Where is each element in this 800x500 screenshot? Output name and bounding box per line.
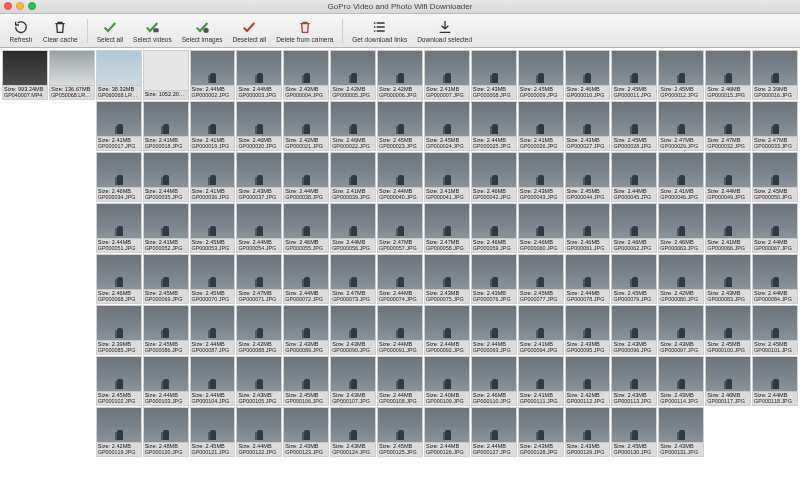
gallery-item[interactable]: Size: 2.43MBGP000123.JPG [283, 407, 329, 457]
gallery-item[interactable]: Size: 2.44MBGP000049.JPG [705, 152, 751, 202]
gallery-item[interactable]: Size: 2.41MBGP000017.JPG [96, 101, 142, 151]
gallery-item[interactable]: Size: 2.43MBGP000107.JPG [330, 356, 376, 406]
gallery-item[interactable]: Size: 2.43MBGP000097.JPG [658, 305, 704, 355]
gallery-item[interactable]: Size: 2.44MBGP000038.JPG [283, 152, 329, 202]
gallery-item[interactable]: Size: 2.45MBGP000023.JPG [377, 101, 423, 151]
gallery-item[interactable]: Size: 2.42MBGP000112.JPG [565, 356, 611, 406]
gallery-item[interactable]: Size: 2.44MBGP000118.JPG [752, 356, 798, 406]
gallery-item[interactable]: Size: 2.47MBGP000032.JPG [705, 101, 751, 151]
gallery-item[interactable]: Size: 2.44MBGP000054.JPG [236, 203, 282, 253]
download-selected-button[interactable]: Download selected [414, 19, 475, 43]
gallery-item[interactable]: Size: 2.44MBGP000093.JPG [471, 305, 517, 355]
gallery-item[interactable]: Size: 2.42MBGP000119.JPG [96, 407, 142, 457]
gallery-item[interactable]: Size: 38.32MBGP060068.LR… [96, 50, 142, 100]
gallery-item[interactable]: Size: 2.45MBGP000009.JPG [518, 50, 564, 100]
gallery-item[interactable]: Size: 2.40MBGP000109.JPG [424, 356, 470, 406]
gallery-item[interactable]: Size: 2.46MBGP000062.JPG [611, 203, 657, 253]
gallery-item[interactable]: Size: 2.47MBGP000057.JPG [377, 203, 423, 253]
gallery-item[interactable]: Size: 2.41MBGP000039.JPG [330, 152, 376, 202]
deselect-all-button[interactable]: Deselect all [230, 19, 270, 43]
gallery-item[interactable]: Size: 2.47MBGP000033.JPG [752, 101, 798, 151]
gallery-item[interactable]: Size: 2.41MBGP000019.JPG [190, 101, 236, 151]
gallery-item[interactable]: Size: 2.46MBGP000020.JPG [236, 101, 282, 151]
gallery-item[interactable]: Size: 2.39MBGP000085.JPG [96, 305, 142, 355]
gallery-item[interactable]: Size: 2.45MBGP000044.JPG [565, 152, 611, 202]
gallery-item[interactable]: Size: 2.46MBGP000015.JPG [705, 50, 751, 100]
gallery-item[interactable]: Size: 2.43MBGP000128.JPG [518, 407, 564, 457]
gallery-item[interactable]: Size: 1052.20… [143, 50, 189, 100]
clear-cache-button[interactable]: Clear cache [40, 19, 81, 43]
gallery-item[interactable]: Size: 2.43MBGP000037.JPG [236, 152, 282, 202]
gallery-item[interactable]: Size: 2.41MBGP000094.JPG [518, 305, 564, 355]
gallery-item[interactable]: Size: 2.45MBGP000053.JPG [190, 203, 236, 253]
gallery-item[interactable]: Size: 2.44MBGP000002.JPG [190, 50, 236, 100]
gallery-item[interactable]: Size: 2.44MBGP000025.JPG [471, 101, 517, 151]
gallery-item[interactable]: Size: 2.44MBGP000040.JPG [377, 152, 423, 202]
select-images-button[interactable]: Select images [179, 19, 226, 43]
gallery-item[interactable]: Size: 2.46MBGP000010.JPG [565, 50, 611, 100]
gallery-item[interactable]: Size: 2.41MBGP000026.JPG [518, 101, 564, 151]
gallery-item[interactable]: Size: 2.43MBGP000089.JPG [283, 305, 329, 355]
gallery-item[interactable]: Size: 2.44MBGP000104.JPG [190, 356, 236, 406]
gallery-item[interactable]: Size: 2.47MBGP000071.JPG [236, 254, 282, 304]
gallery-item[interactable]: Size: 2.45MBGP000028.JPG [611, 101, 657, 151]
gallery-item[interactable]: Size: 2.43MBGP000114.JPG [658, 356, 704, 406]
gallery-item[interactable]: Size: 2.41MBGP000111.JPG [518, 356, 564, 406]
gallery-item[interactable]: Size: 2.44MBGP000092.JPG [424, 305, 470, 355]
gallery-item[interactable]: Size: 136.67MBGP050068.LR… [49, 50, 95, 100]
gallery-item[interactable]: Size: 2.44MBGP000035.JPG [143, 152, 189, 202]
gallery-item[interactable]: Size: 2.45MBGP000100.JPG [705, 305, 751, 355]
gallery-item[interactable]: Size: 2.46MBGP000022.JPG [330, 101, 376, 151]
gallery-item[interactable]: Size: 2.42MBGP000088.JPG [236, 305, 282, 355]
gallery-item[interactable]: Size: 2.44MBGP000056.JPG [330, 203, 376, 253]
gallery-item[interactable]: Size: 2.46MBGP000117.JPG [705, 356, 751, 406]
gallery-item[interactable]: Size: 2.44MBGP000087.JPG [190, 305, 236, 355]
gallery-item[interactable]: Size: 2.41MBGP000066.JPG [705, 203, 751, 253]
gallery-item[interactable]: Size: 2.44MBGP000084.JPG [752, 254, 798, 304]
gallery-item[interactable]: Size: 2.43MBGP000113.JPG [611, 356, 657, 406]
gallery-item[interactable]: Size: 2.42MBGP000005.JPG [330, 50, 376, 100]
gallery-item[interactable]: Size: 2.44MBGP000126.JPG [424, 407, 470, 457]
gallery-item[interactable]: Size: 2.43MBGP000076.JPG [471, 254, 517, 304]
gallery-item[interactable]: Size: 2.41MBGP000036.JPG [190, 152, 236, 202]
gallery-item[interactable]: Size: 2.46MBGP000063.JPG [658, 203, 704, 253]
gallery-item[interactable]: Size: 2.46MBGP000110.JPG [471, 356, 517, 406]
minimize-icon[interactable] [16, 2, 24, 10]
gallery-item[interactable]: Size: 2.47MBGP000073.JPG [330, 254, 376, 304]
gallery-item[interactable]: Size: 2.43MBGP000105.JPG [236, 356, 282, 406]
gallery-item[interactable]: Size: 2.44MBGP000072.JPG [283, 254, 329, 304]
gallery-item[interactable]: Size: 2.43MBGP000131.JPG [658, 407, 704, 457]
gallery-item[interactable]: Size: 2.44MBGP000122.JPG [236, 407, 282, 457]
gallery-item[interactable]: Size: 2.45MBGP000070.JPG [190, 254, 236, 304]
gallery-item[interactable]: Size: 2.43MBGP000129.JPG [565, 407, 611, 457]
gallery-item[interactable]: Size: 2.45MBGP000024.JPG [424, 101, 470, 151]
gallery-item[interactable]: Size: 2.44MBGP000127.JPG [471, 407, 517, 457]
gallery-item[interactable]: Size: 2.44MBGP000045.JPG [611, 152, 657, 202]
gallery-item[interactable]: Size: 2.44MBGP000078.JPG [565, 254, 611, 304]
gallery-item[interactable]: Size: 2.45MBGP000077.JPG [518, 254, 564, 304]
gallery-item[interactable]: Size: 2.41MBGP000052.JPG [143, 203, 189, 253]
select-videos-button[interactable]: Select videos [130, 19, 175, 43]
gallery-item[interactable]: Size: 2.45MBGP000069.JPG [143, 254, 189, 304]
gallery-item[interactable]: Size: 2.43MBGP000095.JPG [565, 305, 611, 355]
gallery-item[interactable]: Size: 2.44MBGP000091.JPG [377, 305, 423, 355]
zoom-icon[interactable] [28, 2, 36, 10]
gallery-item[interactable]: Size: 2.43MBGP000090.JPG [330, 305, 376, 355]
gallery-item[interactable]: Size: 2.47MBGP000058.JPG [424, 203, 470, 253]
gallery-item[interactable]: Size: 2.43MBGP000096.JPG [611, 305, 657, 355]
gallery-item[interactable]: Size: 2.46MBGP000042.JPG [471, 152, 517, 202]
select-all-button[interactable]: Select all [94, 19, 126, 43]
gallery-item[interactable]: Size: 2.44MBGP000108.JPG [377, 356, 423, 406]
gallery-item[interactable]: Size: 2.42MBGP000006.JPG [377, 50, 423, 100]
gallery-item[interactable]: Size: 2.45MBGP000130.JPG [611, 407, 657, 457]
gallery-item[interactable]: Size: 2.44MBGP000067.JPG [752, 203, 798, 253]
gallery-item[interactable]: Size: 2.45MBGP000011.JPG [611, 50, 657, 100]
gallery-item[interactable]: Size: 2.41MBGP000007.JPG [424, 50, 470, 100]
gallery-item[interactable]: Size: 2.46MBGP000068.JPG [96, 254, 142, 304]
gallery-item[interactable]: Size: 2.45MBGP000101.JPG [752, 305, 798, 355]
gallery-item[interactable]: Size: 2.43MBGP000027.JPG [565, 101, 611, 151]
gallery-item[interactable]: Size: 2.45MBGP000050.JPG [752, 152, 798, 202]
gallery-item[interactable]: Size: 2.45MBGP000125.JPG [377, 407, 423, 457]
refresh-button[interactable]: Refresh [6, 19, 36, 43]
gallery-item[interactable]: Size: 2.43MBGP000075.JPG [424, 254, 470, 304]
